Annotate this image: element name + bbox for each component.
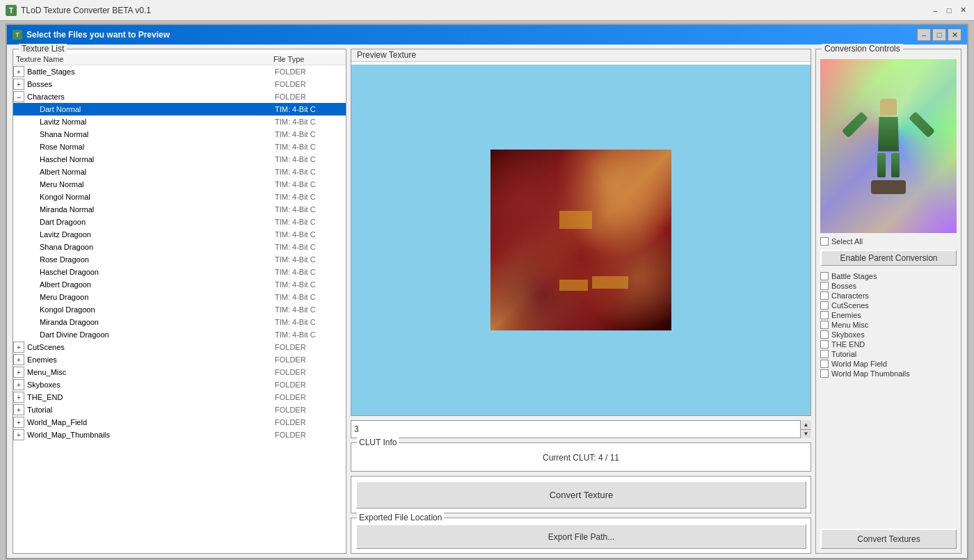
- app-title: TLoD Texture Converter BETA v0.1: [21, 6, 929, 15]
- figure-body: [878, 117, 899, 152]
- tree-expander[interactable]: –: [13, 91, 24, 102]
- svg-text:T: T: [15, 31, 19, 38]
- clut-spin-up[interactable]: ▲: [801, 420, 811, 430]
- tree-expander[interactable]: +: [13, 429, 24, 440]
- tree-item[interactable]: Haschel DragoonTIM: 4-Bit C: [13, 266, 346, 278]
- minimize-button[interactable]: –: [929, 5, 941, 16]
- tree-item-label: Lavitz Normal: [38, 118, 275, 126]
- select-all-label: Select All: [831, 237, 863, 246]
- tree-item[interactable]: Lavitz DragoonTIM: 4-Bit C: [13, 228, 346, 241]
- cb-world-map-field-checkbox[interactable]: [820, 360, 829, 368]
- clut-spin-down[interactable]: ▼: [801, 430, 811, 439]
- close-button[interactable]: ✕: [957, 5, 968, 16]
- tree-item[interactable]: +SkyboxesFOLDER: [13, 378, 346, 391]
- checkbox-row: Tutorial: [820, 349, 957, 359]
- preview-panel: Preview Texture: [351, 49, 811, 554]
- tree-item[interactable]: Dart Divine DragoonTIM: 4-Bit C: [13, 328, 346, 341]
- convert-textures-button[interactable]: Convert Textures: [820, 529, 957, 549]
- app-icon: T: [6, 5, 17, 16]
- tree-item[interactable]: –CharactersFOLDER: [13, 90, 346, 103]
- cb-tutorial-checkbox[interactable]: [820, 350, 829, 358]
- tree-item[interactable]: Shana DragoonTIM: 4-Bit C: [13, 241, 346, 253]
- 3d-preview: [820, 59, 957, 233]
- tree-item[interactable]: Albert NormalTIM: 4-Bit C: [13, 166, 346, 178]
- tree-item[interactable]: +World_Map_ThumbnailsFOLDER: [13, 429, 346, 441]
- tree-item[interactable]: +THE_ENDFOLDER: [13, 391, 346, 403]
- tree-item[interactable]: Shana NormalTIM: 4-Bit C: [13, 128, 346, 141]
- checkbox-row: World Map Field: [820, 359, 957, 369]
- export-path-button[interactable]: Export File Path...: [356, 524, 806, 549]
- tree-expander[interactable]: +: [13, 66, 24, 77]
- tree-item[interactable]: Rose NormalTIM: 4-Bit C: [13, 141, 346, 153]
- tree-item[interactable]: Kongol NormalTIM: 4-Bit C: [13, 191, 346, 203]
- tree-expander[interactable]: +: [13, 392, 24, 403]
- cb-the-end-checkbox[interactable]: [820, 340, 829, 349]
- cb-menu-misc-checkbox[interactable]: [820, 321, 829, 329]
- column-headers: Texture Name File Type: [13, 54, 346, 65]
- svg-text:T: T: [9, 7, 13, 15]
- tree-item-type: TIM: 4-Bit C: [275, 205, 344, 214]
- tree-item[interactable]: +Menu_MiscFOLDER: [13, 366, 346, 378]
- select-all-checkbox[interactable]: [820, 237, 829, 246]
- tree-item[interactable]: Haschel NormalTIM: 4-Bit C: [13, 153, 346, 166]
- tree-item[interactable]: Miranda NormalTIM: 4-Bit C: [13, 203, 346, 216]
- restore-button[interactable]: □: [943, 5, 955, 16]
- tree-expander[interactable]: +: [13, 417, 24, 428]
- checkbox-row: Menu Misc: [820, 320, 957, 330]
- tree-item[interactable]: Lavitz NormalTIM: 4-Bit C: [13, 115, 346, 128]
- tree-item-type: FOLDER: [275, 368, 344, 376]
- cb-skyboxes-checkbox[interactable]: [820, 330, 829, 339]
- tree-item-label: THE_END: [26, 393, 275, 401]
- tree-item[interactable]: +Battle_StagesFOLDER: [13, 65, 346, 78]
- tree-expander[interactable]: +: [13, 379, 24, 390]
- tree-item-label: Enemies: [26, 355, 275, 364]
- tree-expander[interactable]: +: [13, 354, 24, 365]
- tree-item[interactable]: Meru NormalTIM: 4-Bit C: [13, 178, 346, 191]
- clut-spinbox-wrapper: 3 ▲ ▼: [351, 420, 811, 438]
- tree-item[interactable]: +BossesFOLDER: [13, 78, 346, 90]
- convert-texture-button[interactable]: Convert Texture: [356, 481, 806, 509]
- tree-expander[interactable]: +: [13, 404, 24, 415]
- texture-list-title: Texture List: [22, 44, 64, 54]
- tree-item-type: TIM: 4-Bit C: [275, 105, 344, 113]
- enable-parent-button[interactable]: Enable Parent Conversion: [820, 250, 957, 266]
- cb-battle-stages-checkbox[interactable]: [820, 272, 829, 280]
- tree-item-type: FOLDER: [275, 418, 344, 426]
- dialog-close-button[interactable]: ✕: [948, 29, 961, 41]
- cb-world-map-thumbnails-checkbox[interactable]: [820, 369, 829, 378]
- dialog-minimize-button[interactable]: –: [917, 29, 931, 41]
- cb-characters-checkbox[interactable]: [820, 291, 829, 300]
- dialog-icon: T: [13, 30, 22, 40]
- cb-cutscenes-checkbox[interactable]: [820, 301, 829, 310]
- tree-expander[interactable]: +: [13, 342, 24, 353]
- clut-spin-arrows: ▲ ▼: [800, 420, 811, 438]
- cb-bosses-checkbox[interactable]: [820, 282, 829, 290]
- tree-item-label: Albert Normal: [38, 168, 275, 176]
- tree-item[interactable]: +EnemiesFOLDER: [13, 353, 346, 366]
- conversion-controls-title: Conversion Controls: [824, 44, 900, 54]
- tree-expander[interactable]: +: [13, 367, 24, 378]
- tree-item[interactable]: Miranda DragoonTIM: 4-Bit C: [13, 316, 346, 328]
- tree-item[interactable]: Meru DragoonTIM: 4-Bit C: [13, 291, 346, 303]
- tree-item[interactable]: Dart NormalTIM: 4-Bit C: [13, 103, 346, 115]
- tree-item[interactable]: Rose DragoonTIM: 4-Bit C: [13, 253, 346, 266]
- cb-battle-stages-label: Battle Stages: [831, 272, 877, 280]
- conversion-controls-panel: Conversion Controls: [815, 49, 961, 554]
- tree-item[interactable]: Albert DragoonTIM: 4-Bit C: [13, 278, 346, 291]
- select-all-row: Select All: [820, 237, 957, 246]
- dialog-maximize-button[interactable]: □: [932, 29, 946, 41]
- tree-item[interactable]: +CutScenesFOLDER: [13, 341, 346, 353]
- tree-item-type: TIM: 4-Bit C: [275, 280, 344, 289]
- texture-tree[interactable]: +Battle_StagesFOLDER+BossesFOLDER–Charac…: [13, 65, 346, 553]
- tree-expander[interactable]: +: [13, 79, 24, 90]
- dialog-titlebar: T Select the Files you want to Preview –…: [7, 25, 967, 45]
- cb-enemies-checkbox[interactable]: [820, 311, 829, 319]
- tree-item-label: Rose Dragoon: [38, 255, 275, 264]
- tree-item[interactable]: Kongol DragoonTIM: 4-Bit C: [13, 303, 346, 316]
- tree-item[interactable]: +World_Map_FieldFOLDER: [13, 416, 346, 429]
- tree-item[interactable]: +TutorialFOLDER: [13, 403, 346, 416]
- tree-item-label: Dart Dragoon: [38, 218, 275, 226]
- tree-item[interactable]: Dart DragoonTIM: 4-Bit C: [13, 216, 346, 228]
- clut-row: 3 ▲ ▼: [351, 420, 811, 438]
- tree-item-type: TIM: 4-Bit C: [275, 130, 344, 138]
